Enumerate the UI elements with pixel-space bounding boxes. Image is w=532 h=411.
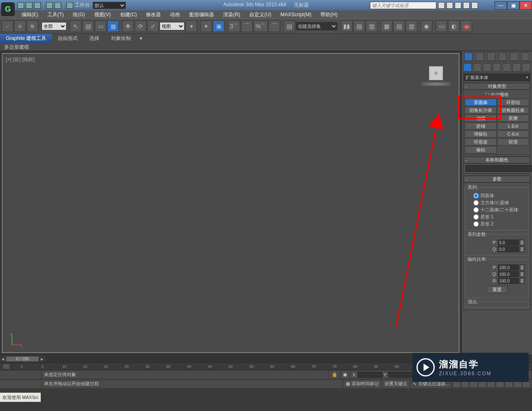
set-key-button[interactable]: 设置关键点 — [382, 379, 410, 388]
welcome-tab[interactable]: 欢迎使用 MAXSci — [0, 393, 41, 402]
add-marker[interactable]: ▦ 添加时间标记 — [343, 379, 382, 388]
link-icon[interactable]: ⟋ — [2, 20, 13, 32]
lights-icon[interactable] — [483, 63, 491, 72]
menu-render[interactable]: 渲染(R) — [219, 10, 244, 19]
select-icon[interactable]: ↖ — [70, 20, 81, 32]
edged-icon[interactable]: ⌒ — [268, 20, 280, 32]
spinner-arrows[interactable]: ▲▼ — [520, 271, 525, 277]
radio-tetra[interactable]: 四面体 — [469, 192, 525, 199]
toolbox-icon[interactable] — [446, 2, 453, 9]
curve-editor-icon[interactable]: ▦ — [381, 20, 392, 32]
helpers-icon[interactable] — [502, 63, 511, 72]
menu-modifiers[interactable]: 修改器 — [142, 10, 165, 19]
spinner-arrows[interactable]: ▲▼ — [520, 246, 525, 252]
ap-spinner[interactable]: 100.0 — [498, 265, 519, 270]
btn-prism[interactable]: 棱柱 — [465, 146, 497, 154]
menu-help[interactable]: 帮助(H) — [316, 10, 342, 19]
spinner-arrows[interactable]: ▲▼ — [520, 265, 525, 270]
menu-custom[interactable]: 自定义(U) — [245, 10, 276, 19]
btn-ringwave[interactable]: 环形波 — [465, 138, 497, 146]
btn-oiltank[interactable]: 油罐 — [465, 114, 497, 122]
polymodel-label[interactable]: 多边形建模 — [0, 43, 33, 52]
workspace-dropdown[interactable]: 默认 — [93, 2, 126, 9]
star-icon[interactable] — [463, 2, 470, 9]
radio-star2[interactable]: 星形 2 — [469, 220, 525, 228]
named-sel-icon[interactable]: ▤ — [283, 20, 295, 32]
layers-icon[interactable]: ▥ — [366, 20, 377, 32]
maximize-button[interactable]: ▣ — [507, 1, 520, 10]
viewcube-face[interactable]: 前 — [429, 66, 443, 80]
render-prod-icon[interactable]: ◐ — [448, 20, 460, 32]
undo-icon[interactable] — [46, 2, 53, 9]
btn-gengon[interactable]: 球棱柱 — [465, 130, 497, 138]
tab-graphite[interactable]: Graphite 建模工具 — [0, 34, 52, 43]
close-button[interactable]: ✕ — [520, 1, 532, 10]
menu-view[interactable]: 视图(V) — [90, 10, 115, 19]
select-region-icon[interactable]: ▭ — [95, 20, 106, 32]
redo-icon[interactable] — [54, 2, 61, 9]
move-icon[interactable]: ✥ — [122, 20, 134, 32]
y-input[interactable] — [388, 372, 413, 378]
cameras-icon[interactable] — [493, 63, 501, 72]
hierarchy-tab-icon[interactable] — [487, 52, 495, 61]
rotate-icon[interactable]: ⟳ — [135, 20, 146, 32]
render-icon[interactable]: 🫖 — [461, 20, 472, 32]
viewcube[interactable]: 前 — [421, 66, 451, 89]
render-setup-icon[interactable]: ◉ — [421, 20, 432, 32]
viewport-inner[interactable]: [+] [前] [线框] 前 z x — [2, 53, 459, 353]
radio-dodec-icos[interactable]: 十二面体/二十面体 — [469, 206, 525, 213]
viewport-label[interactable]: [+] [前] [线框] — [6, 56, 35, 63]
scale-icon[interactable]: ⤢ — [147, 20, 159, 32]
systems-icon[interactable] — [522, 63, 530, 72]
selection-filter-dropdown[interactable]: 全部 — [42, 22, 66, 30]
create-tab-icon[interactable] — [464, 52, 473, 61]
link-icon[interactable] — [66, 2, 73, 9]
p-spinner[interactable]: 0.0 — [498, 240, 519, 245]
btn-lext[interactable]: L-Ext — [497, 122, 529, 130]
schematic-icon[interactable]: ▤ — [393, 20, 405, 32]
key-icon[interactable] — [455, 2, 461, 9]
x-input[interactable] — [357, 372, 382, 378]
btn-capsule[interactable]: 胶囊 — [497, 114, 529, 122]
next-frame-icon[interactable]: ▸ — [39, 356, 45, 362]
window-crossing-icon[interactable]: ▦ — [107, 20, 119, 32]
rollout-header[interactable]: -参数 — [463, 176, 530, 183]
btn-chamferbox[interactable]: 切角长方体 — [465, 106, 497, 114]
motion-tab-icon[interactable] — [498, 52, 507, 61]
spinner-arrows[interactable]: ▲▼ — [520, 240, 525, 245]
ribbon-expand-icon[interactable]: ▾ — [137, 35, 145, 41]
mirror-icon[interactable]: ▮▮ — [341, 20, 352, 32]
menu-edit[interactable]: 编辑(E) — [17, 10, 42, 19]
unlink-icon[interactable]: ⤫ — [14, 20, 26, 32]
shapes-icon[interactable] — [473, 63, 481, 72]
rollout-header[interactable]: -名称和颜色 — [463, 156, 530, 163]
angle-snap-icon[interactable]: 3⌒ — [228, 20, 240, 32]
lock-icon[interactable]: 🔒 — [329, 370, 340, 379]
search-input[interactable] — [370, 2, 436, 9]
open-icon[interactable] — [26, 2, 32, 9]
btn-spindle[interactable]: 纺锤 — [465, 122, 497, 130]
menu-animation[interactable]: 动画 — [166, 10, 184, 19]
radio-cube-octa[interactable]: 立方体/八面体 — [469, 199, 525, 206]
app-icon[interactable]: G — [1, 2, 15, 16]
btn-cext[interactable]: C-Ext — [497, 130, 529, 138]
new-icon[interactable] — [17, 2, 24, 9]
aq-spinner[interactable]: 100.0 — [498, 271, 519, 277]
rollout-header[interactable]: -对象类型 — [463, 83, 530, 90]
btn-hedra[interactable]: 异面体 — [465, 99, 497, 106]
menu-graph[interactable]: 图形编辑器 — [185, 10, 218, 19]
viewport[interactable]: [+] [前] [线框] 前 z x — [1, 52, 461, 354]
save-icon[interactable] — [34, 2, 41, 9]
align-icon[interactable]: ▤ — [353, 20, 365, 32]
prev-frame-icon[interactable]: ◂ — [0, 356, 6, 362]
geometry-icon[interactable] — [463, 63, 472, 72]
q-spinner[interactable]: 0.0 — [498, 246, 519, 252]
ar-spinner[interactable]: 100.0 — [498, 278, 519, 284]
selection-set-dropdown[interactable]: 创建选择集 — [296, 22, 337, 30]
modify-tab-icon[interactable] — [475, 52, 484, 61]
menu-tools[interactable]: 工具(T) — [43, 10, 68, 19]
object-name-input[interactable] — [466, 165, 532, 172]
spinner-snap-icon[interactable]: %⌒ — [254, 20, 268, 32]
radio-star1[interactable]: 星形 1 — [469, 213, 525, 220]
select-name-icon[interactable]: ▤ — [82, 20, 94, 32]
